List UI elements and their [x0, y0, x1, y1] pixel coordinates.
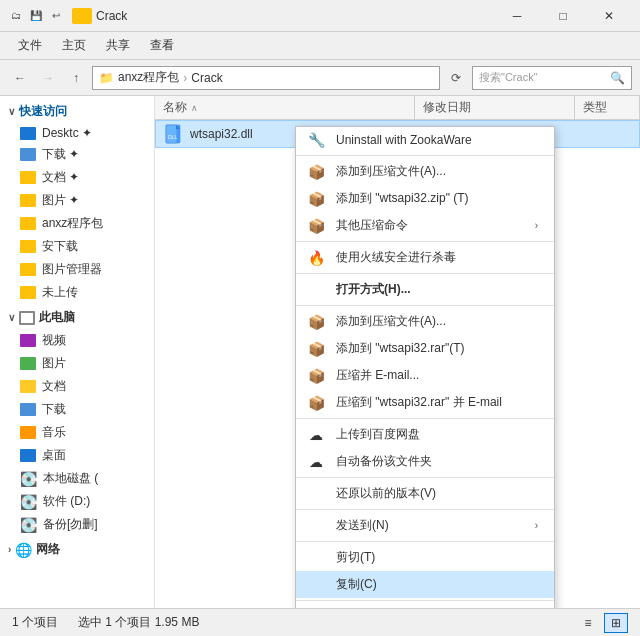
col-header-type[interactable]: 类型	[575, 96, 640, 119]
dl2-folder-icon	[20, 403, 36, 416]
network-header[interactable]: › 🌐 网络	[0, 538, 154, 561]
menu-home[interactable]: 主页	[52, 33, 96, 58]
path-segment-parent[interactable]: anxz程序包	[118, 69, 179, 86]
sidebar-item-unuploaded[interactable]: 未上传	[0, 281, 154, 304]
anxz-folder-icon	[20, 217, 36, 230]
sidebar-item-anxz[interactable]: anxz程序包	[0, 212, 154, 235]
ctx-sep-9	[296, 600, 554, 601]
address-path[interactable]: 📁 anxz程序包 › Crack	[92, 66, 440, 90]
forward-button[interactable]: →	[36, 66, 60, 90]
sidebar-item-pics[interactable]: 图片 ✦	[0, 189, 154, 212]
refresh-button[interactable]: ⟳	[444, 66, 468, 90]
quick-access-header[interactable]: ∨ 快速访问	[0, 100, 154, 123]
sidebar-item-docs[interactable]: 文档 ✦	[0, 166, 154, 189]
system-icon: 🗂	[8, 8, 24, 24]
ctx-antivirus[interactable]: 🔥 使用火绒安全进行杀毒	[296, 244, 554, 271]
sidebar-item-music[interactable]: 音乐	[0, 421, 154, 444]
sidebar-item-imgmgr[interactable]: 图片管理器	[0, 258, 154, 281]
sidebar: ∨ 快速访问 Desktc ✦ 下载 ✦ 文档 ✦ 图片 ✦ anxz程序	[0, 96, 155, 608]
this-pc-label: 此电脑	[39, 309, 75, 326]
ctx-add-zip1[interactable]: 📦 添加到压缩文件(A)...	[296, 158, 554, 185]
sidebar-item-download[interactable]: 下载 ✦	[0, 143, 154, 166]
this-pc-header[interactable]: ∨ 此电脑	[0, 306, 154, 329]
sidebar-item-desktop[interactable]: Desktc ✦	[0, 123, 154, 143]
maximize-button[interactable]: □	[540, 0, 586, 32]
compress-email-icon: 📦	[306, 366, 326, 386]
ctx-sep-8	[296, 541, 554, 542]
sidebar-item-video[interactable]: 视频	[0, 329, 154, 352]
antivirus-icon: 🔥	[306, 248, 326, 268]
sidebar-item-pics2[interactable]: 图片	[0, 352, 154, 375]
sidebar-item-desktop2[interactable]: 桌面	[0, 444, 154, 467]
close-button[interactable]: ✕	[586, 0, 632, 32]
sidebar-item-desktop-label: Desktc ✦	[42, 126, 92, 140]
sidebar-item-docs2-label: 文档	[42, 378, 66, 395]
submenu-arrow-compress: ›	[535, 220, 538, 231]
sidebar-item-anzai[interactable]: 安下载	[0, 235, 154, 258]
ctx-sep-5	[296, 418, 554, 419]
path-segment-current[interactable]: Crack	[191, 71, 222, 85]
ctx-compress-rar-email[interactable]: 📦 压缩到 "wtsapi32.rar" 并 E-mail	[296, 389, 554, 416]
ctx-restore[interactable]: 还原以前的版本(V)	[296, 480, 554, 507]
this-pc-arrow: ∨	[8, 312, 15, 323]
download-folder-icon	[20, 148, 36, 161]
title-bar-icons: 🗂 💾 ↩	[8, 8, 64, 24]
sidebar-item-d-drive[interactable]: 💽 软件 (D:)	[0, 490, 154, 513]
sidebar-item-pics2-label: 图片	[42, 355, 66, 372]
ctx-compress-email[interactable]: 📦 压缩并 E-mail...	[296, 362, 554, 389]
menu-view[interactable]: 查看	[140, 33, 184, 58]
ctx-send-to[interactable]: 发送到(N) ›	[296, 512, 554, 539]
ctx-sep-7	[296, 509, 554, 510]
search-placeholder: 搜索"Crack"	[479, 70, 538, 85]
list-view-button[interactable]: ≡	[576, 613, 600, 633]
menu-file[interactable]: 文件	[8, 33, 52, 58]
unuploaded-folder-icon	[20, 286, 36, 299]
ctx-auto-backup[interactable]: ☁ 自动备份该文件夹	[296, 448, 554, 475]
status-bar: 1 个项目 选中 1 个项目 1.95 MB ≡ ⊞	[0, 608, 640, 636]
sidebar-item-backup[interactable]: 💽 备份[勿删]	[0, 513, 154, 536]
detail-view-button[interactable]: ⊞	[604, 613, 628, 633]
ctx-add-zip2[interactable]: 📦 添加到 "wtsapi32.zip" (T)	[296, 185, 554, 212]
col-header-name[interactable]: 名称 ∧	[155, 96, 415, 119]
network-arrow: ›	[8, 544, 11, 555]
address-bar: ← → ↑ 📁 anxz程序包 › Crack ⟳ 搜索"Crack" 🔍	[0, 60, 640, 96]
ctx-sep-3	[296, 273, 554, 274]
network-label: 网络	[36, 541, 60, 558]
sidebar-item-music-label: 音乐	[42, 424, 66, 441]
main-layout: ∨ 快速访问 Desktc ✦ 下载 ✦ 文档 ✦ 图片 ✦ anxz程序	[0, 96, 640, 608]
cloud-upload-icon: ☁	[306, 425, 326, 445]
video-folder-icon	[20, 334, 36, 347]
ctx-add-rar2[interactable]: 📦 添加到 "wtsapi32.rar"(T)	[296, 335, 554, 362]
up-button[interactable]: ↑	[64, 66, 88, 90]
network-section: › 🌐 网络	[0, 538, 154, 561]
ctx-create-shortcut[interactable]: 创建快捷方式(S)	[296, 603, 554, 608]
ctx-open-with[interactable]: 打开方式(H)...	[296, 276, 554, 303]
ctx-uninstall[interactable]: 🔧 Uninstall with ZookaWare	[296, 127, 554, 153]
this-pc-section: ∨ 此电脑 视频 图片 文档 下载 音乐	[0, 306, 154, 536]
search-box[interactable]: 搜索"Crack" 🔍	[472, 66, 632, 90]
network-icon: 🌐	[15, 542, 32, 558]
ctx-other-compress[interactable]: 📦 其他压缩命令 ›	[296, 212, 554, 239]
compress-rar-email-icon: 📦	[306, 393, 326, 413]
backup-icon: 💽	[20, 517, 37, 533]
sidebar-item-docs-label: 文档 ✦	[42, 169, 79, 186]
sidebar-item-localdisk[interactable]: 💽 本地磁盘 (	[0, 467, 154, 490]
ctx-add-rar1[interactable]: 📦 添加到压缩文件(A)...	[296, 308, 554, 335]
back-button[interactable]: ←	[8, 66, 32, 90]
ctx-cut[interactable]: 剪切(T)	[296, 544, 554, 571]
sidebar-item-dl2[interactable]: 下载	[0, 398, 154, 421]
menu-share[interactable]: 共享	[96, 33, 140, 58]
selected-info: 选中 1 个项目 1.95 MB	[78, 614, 199, 631]
ctx-sep-1	[296, 155, 554, 156]
minimize-button[interactable]: ─	[494, 0, 540, 32]
docs2-folder-icon	[20, 380, 36, 393]
context-menu: 🔧 Uninstall with ZookaWare 📦 添加到压缩文件(A).…	[295, 126, 555, 608]
col-header-modified[interactable]: 修改日期	[415, 96, 575, 119]
ctx-cloud-upload[interactable]: ☁ 上传到百度网盘	[296, 421, 554, 448]
sidebar-item-anxz-label: anxz程序包	[42, 215, 103, 232]
title-bar: 🗂 💾 ↩ Crack ─ □ ✕	[0, 0, 640, 32]
sidebar-item-docs2[interactable]: 文档	[0, 375, 154, 398]
sidebar-item-unuploaded-label: 未上传	[42, 284, 78, 301]
docs-folder-icon	[20, 171, 36, 184]
ctx-copy[interactable]: 复制(C)	[296, 571, 554, 598]
